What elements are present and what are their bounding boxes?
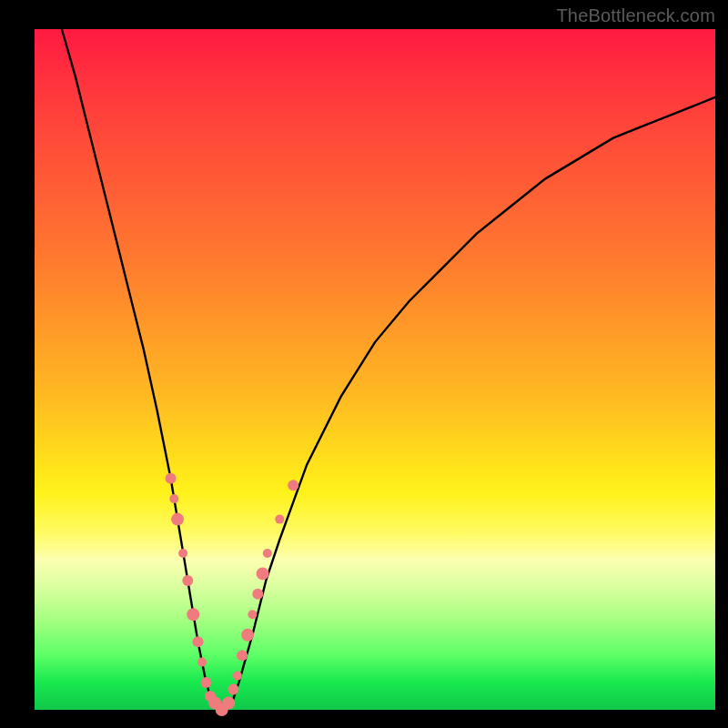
chart-frame: TheBottleneck.com: [0, 0, 728, 728]
highlight-dots: [166, 473, 299, 716]
bottleneck-curve: [62, 29, 715, 710]
highlight-dot: [182, 575, 193, 586]
highlight-dot: [187, 608, 199, 621]
highlight-dot: [241, 629, 254, 642]
chart-svg: [35, 29, 715, 710]
watermark-text: TheBottleneck.com: [556, 5, 715, 26]
highlight-dot: [228, 684, 238, 695]
highlight-dot: [193, 636, 204, 647]
highlight-dot: [169, 494, 178, 503]
highlight-dot: [288, 480, 298, 490]
plot-area: [35, 29, 715, 710]
highlight-dot: [197, 658, 207, 667]
highlight-dot: [233, 672, 242, 681]
highlight-dot: [248, 610, 257, 619]
highlight-dot: [222, 697, 235, 710]
highlight-dot: [201, 677, 212, 688]
highlight-dot: [166, 473, 177, 484]
highlight-dot: [178, 549, 187, 558]
highlight-dot: [263, 549, 272, 558]
highlight-dot: [171, 513, 184, 526]
highlight-dot: [275, 515, 284, 524]
highlight-dot: [252, 589, 263, 600]
highlight-dot: [237, 650, 248, 661]
highlight-dot: [257, 567, 269, 580]
